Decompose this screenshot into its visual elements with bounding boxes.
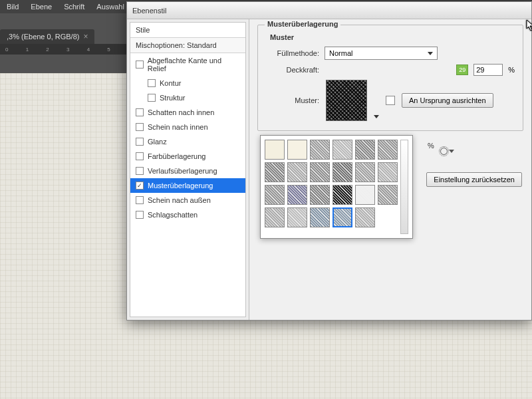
chevron-down-icon[interactable] bbox=[374, 115, 379, 118]
dialog-titlebar[interactable]: Ebenenstil bbox=[127, 2, 531, 19]
panel-legend: Musterüberlagerung bbox=[265, 20, 340, 28]
style-settings-panel: Musterüberlagerung Muster Füllmethode: N… bbox=[249, 19, 531, 320]
layer-style-label: Farbüberlagerung bbox=[148, 152, 205, 160]
checkbox[interactable] bbox=[148, 79, 156, 87]
pattern-swatch-item[interactable] bbox=[310, 162, 330, 182]
layer-style-item[interactable]: Schein nach außen bbox=[130, 193, 245, 207]
layer-style-label: Struktur bbox=[160, 94, 186, 102]
layer-style-item[interactable]: Struktur bbox=[130, 90, 245, 105]
snap-origin-button[interactable]: An Ursprung ausrichten bbox=[402, 93, 493, 108]
layer-style-label: Schatten nach innen bbox=[148, 108, 214, 116]
document-tab[interactable]: ,3% (Ebene 0, RGB/8) × bbox=[0, 29, 94, 44]
fill-mode-value: Normal bbox=[329, 49, 352, 57]
menu-item[interactable]: Ebene bbox=[31, 3, 52, 11]
percent-label: % bbox=[428, 142, 434, 150]
layer-style-label: Schein nach außen bbox=[148, 196, 211, 204]
menu-item[interactable]: Bild bbox=[7, 3, 19, 11]
layer-style-item[interactable]: Farbüberlagerung bbox=[130, 149, 245, 164]
pattern-swatch-item[interactable] bbox=[287, 140, 307, 160]
pattern-swatch-item[interactable] bbox=[332, 140, 352, 160]
blend-options[interactable]: Mischoptionen: Standard bbox=[130, 38, 245, 53]
pattern-swatch-item[interactable] bbox=[355, 207, 375, 227]
pattern-label: Muster: bbox=[266, 96, 319, 104]
pattern-swatch[interactable] bbox=[326, 80, 367, 121]
pattern-swatch-item[interactable] bbox=[287, 185, 307, 205]
checkbox[interactable] bbox=[136, 123, 144, 131]
styles-sidebar: Stile Mischoptionen: Standard Abgeflacht… bbox=[127, 19, 249, 320]
layer-style-label: Schlagschatten bbox=[148, 211, 198, 219]
layer-style-dialog: Ebenenstil Stile Mischoptionen: Standard… bbox=[126, 1, 532, 321]
layer-style-item[interactable]: Abgeflachte Kante und Relief bbox=[130, 53, 245, 76]
pattern-swatch-item[interactable] bbox=[332, 162, 352, 182]
layer-style-item[interactable]: Kontur bbox=[130, 76, 245, 90]
pattern-swatch-item[interactable] bbox=[265, 207, 285, 227]
percent-label: % bbox=[508, 66, 515, 74]
pattern-swatch-item[interactable] bbox=[378, 140, 398, 160]
pattern-swatch-item[interactable] bbox=[378, 185, 398, 205]
layer-style-item[interactable]: Musterüberlagerung bbox=[130, 178, 245, 193]
panel-sublegend: Muster bbox=[270, 33, 515, 41]
fill-mode-dropdown[interactable]: Normal bbox=[325, 47, 438, 60]
layer-style-item[interactable]: Glanz bbox=[130, 134, 245, 149]
styles-heading[interactable]: Stile bbox=[130, 23, 245, 38]
snap-origin-icon[interactable] bbox=[386, 96, 395, 105]
chevron-down-icon bbox=[428, 52, 433, 55]
pattern-swatch-item[interactable] bbox=[310, 140, 330, 160]
pattern-swatch-item[interactable] bbox=[287, 207, 307, 227]
menu-item[interactable]: Schrift bbox=[64, 3, 84, 11]
menu-item[interactable]: Auswahl bbox=[96, 3, 124, 11]
checkbox[interactable] bbox=[136, 211, 144, 219]
layer-style-label: Abgeflachte Kante und Relief bbox=[148, 57, 240, 72]
pattern-swatch-item[interactable] bbox=[332, 185, 352, 205]
layer-style-label: Kontur bbox=[160, 79, 181, 87]
layer-style-item[interactable]: Verlaufsüberlagerung bbox=[130, 164, 245, 178]
pattern-swatch-item[interactable] bbox=[355, 140, 375, 160]
checkbox[interactable] bbox=[136, 182, 144, 190]
opacity-input[interactable] bbox=[473, 64, 503, 76]
layer-style-label: Schein nach innen bbox=[148, 123, 208, 131]
pattern-swatch-item[interactable] bbox=[310, 207, 330, 227]
pattern-swatch-item[interactable] bbox=[332, 207, 352, 227]
layer-style-item[interactable]: Schlagschatten bbox=[130, 207, 245, 222]
pattern-swatch-item[interactable] bbox=[265, 140, 285, 160]
opacity-label: Deckkraft: bbox=[266, 66, 319, 74]
pattern-swatch-item[interactable] bbox=[355, 185, 375, 205]
layer-style-item[interactable]: Schatten nach innen bbox=[130, 105, 245, 120]
pattern-swatch-item[interactable] bbox=[310, 185, 330, 205]
close-icon[interactable]: × bbox=[83, 32, 88, 41]
scrollbar[interactable] bbox=[400, 140, 408, 234]
pattern-swatch-item[interactable] bbox=[378, 162, 398, 182]
pattern-picker-popup bbox=[260, 135, 413, 239]
opacity-value-highlight: 29 bbox=[456, 65, 468, 75]
layer-style-label: Verlaufsüberlagerung bbox=[148, 167, 217, 175]
reset-button[interactable]: Einstellung zurücksetzen bbox=[426, 172, 522, 187]
checkbox[interactable] bbox=[136, 108, 144, 116]
document-tab-label: ,3% (Ebene 0, RGB/8) bbox=[7, 33, 79, 41]
checkbox[interactable] bbox=[136, 138, 144, 146]
gear-icon[interactable] bbox=[440, 148, 454, 155]
checkbox[interactable] bbox=[148, 94, 156, 102]
pattern-swatch-item[interactable] bbox=[265, 185, 285, 205]
layer-style-item[interactable]: Schein nach innen bbox=[130, 120, 245, 134]
fill-mode-label: Füllmethode: bbox=[266, 49, 319, 57]
layer-style-label: Glanz bbox=[148, 138, 167, 146]
layer-style-label: Musterüberlagerung bbox=[148, 182, 213, 190]
pattern-swatch-item[interactable] bbox=[355, 162, 375, 182]
checkbox[interactable] bbox=[136, 167, 144, 175]
checkbox[interactable] bbox=[136, 196, 144, 204]
dialog-title: Ebenenstil bbox=[132, 7, 166, 15]
pattern-swatch-item[interactable] bbox=[265, 162, 285, 182]
checkbox[interactable] bbox=[136, 152, 144, 160]
checkbox[interactable] bbox=[136, 61, 144, 68]
pattern-swatch-item[interactable] bbox=[287, 162, 307, 182]
